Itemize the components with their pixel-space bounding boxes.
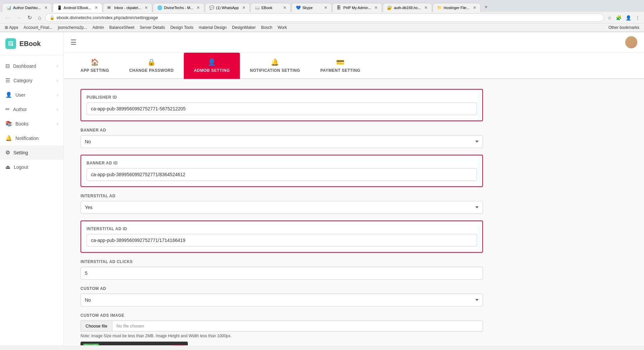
tab-title-5: (1) WhatsApp [216,6,238,10]
browser-tab-4[interactable]: 🌐 DivineTechs - M... ✕ [153,3,204,12]
custom-ads-image-section: CUSTOM ADS IMAGE Choose file No file cho… [80,313,483,345]
browser-tab-6[interactable]: 📖 EBook ✕ [251,3,291,12]
sidebar-item-books[interactable]: 📚 Books › [0,116,63,131]
browser-tab-1[interactable]: 📊 Author Dashbo... ✕ [2,3,52,12]
notification-icon: 🔔 [5,135,12,141]
sidebar-item-user[interactable]: 👤 User › [0,88,63,102]
address-bar: 🔓 ebook.divinetechs.com/index.php/admin/… [45,13,604,22]
apps-icon: ⊞ [5,25,8,30]
tab-title-1: Author Dashbo... [13,6,41,10]
sidebar: EBook ⊟ Dashboard › ☰ Category › 👤 [0,32,64,345]
tab-favicon-6: 📖 [255,5,260,10]
tab-close-10[interactable]: ✕ [473,5,476,10]
back-button[interactable]: ← [3,14,12,21]
bookmark-server[interactable]: Server Details [138,24,167,31]
sidebar-item-category[interactable]: ☰ Category › [0,73,63,88]
interstital-ad-clicks-input[interactable] [80,267,483,280]
tab-change-password[interactable]: 🔒 CHANGE PASSWORD [119,53,184,78]
bookmark-apps[interactable]: ⊞ Apps [3,24,20,31]
admob-setting-icon: 👤 [208,58,216,66]
tab-close-3[interactable]: ✕ [145,5,148,10]
bookmark-admin[interactable]: Admin [91,24,106,31]
interstital-ad-id-label: INTERSTITAL AD ID [87,227,477,231]
forward-button[interactable]: → [14,14,23,21]
browser-tab-10[interactable]: 📁 Hostinger File... ✕ [433,3,481,12]
bookmark-label-work: Work [278,25,287,30]
tab-close-5[interactable]: ✕ [242,5,246,10]
tab-close-2[interactable]: ✕ [95,5,98,10]
browser-tab-2[interactable]: 📱 Android EBook... ✕ [53,3,103,12]
tab-payment-setting-label: PAYMENT SETTING [320,68,361,73]
category-icon: ☰ [5,77,10,84]
tab-admob-setting[interactable]: 👤 ADMOB SETTING [184,53,240,79]
svg-rect-1 [9,42,12,43]
user-avatar[interactable] [625,36,637,48]
extensions-icon[interactable]: 🧩 [614,14,623,21]
sidebar-item-setting[interactable]: ⚙ Setting [0,145,63,160]
interstital-ad-id-input[interactable] [87,234,477,247]
bookmark-work[interactable]: Work [276,24,289,31]
tab-favicon-4: 🌐 [157,5,162,10]
tab-close-6[interactable]: ✕ [283,5,286,10]
tab-favicon-7: 💙 [296,5,301,10]
banner-ad-select[interactable]: No Yes [80,135,483,148]
browser-tab-8[interactable]: 🗄 PHP My Admin... ✕ [332,3,382,12]
tab-title-7: Skype [303,6,321,10]
bookmark-designmaker[interactable]: DesignMaker [230,24,258,31]
nav-bar: ← → ↻ ⌂ 🔓 ebook.divinetechs.com/index.ph… [0,12,644,23]
interstital-ad-select[interactable]: No Yes [80,201,483,214]
bookmark-jsonschema[interactable]: jsonschema2p... [56,24,89,31]
sidebar-label-author: Author [13,107,27,112]
browser-tab-5[interactable]: 💬 (1) WhatsApp ✕ [205,3,250,12]
menu-icon[interactable]: ⋮ [634,14,641,21]
tab-title-2: Android EBook... [64,6,92,10]
tab-favicon-10: 📁 [437,5,442,10]
bookmark-material[interactable]: material Design [197,24,228,31]
sidebar-item-dashboard[interactable]: ⊟ Dashboard › [0,59,63,73]
sidebar-item-notification[interactable]: 🔔 Notification [0,131,63,145]
bookmark-bosch[interactable]: Bosch [259,24,274,31]
bookmark-account[interactable]: Account_Final... [21,24,54,31]
logo-icon [5,38,16,49]
tab-close-7[interactable]: ✕ [324,5,327,10]
sidebar-label-dashboard: Dashboard [13,63,36,69]
profile-icon[interactable]: 👤 [624,14,633,21]
tab-close-1[interactable]: ✕ [44,5,48,10]
reload-button[interactable]: ↻ [25,14,34,21]
tab-title-8: PHP My Admin... [343,6,371,10]
bookmark-balance[interactable]: BalanceSheet [107,24,137,31]
interstital-ad-clicks-label: INTERSTITAL AD CLICKS [80,259,483,264]
tab-close-4[interactable]: ✕ [197,5,200,10]
main-content: ☰ 🏠 APP SETTING 🔒 CHANGE PASSWORD 👤 ADMO… [64,32,644,345]
avatar-image [625,36,637,48]
browser-tab-3[interactable]: ✉ Inbox - ckpatel... ✕ [103,3,152,12]
bookmark-design-tools[interactable]: Design Tools [168,24,195,31]
tab-close-9[interactable]: ✕ [424,5,428,10]
browser-tab-7[interactable]: 💙 Skype ✕ [291,3,332,12]
home-button[interactable]: ⌂ [36,14,43,21]
browser-tab-9[interactable]: 🔐 auth-db169.ho... ✕ [383,3,432,12]
sidebar-item-author[interactable]: ✏ Author › [0,102,63,116]
tab-favicon-5: 💬 [209,5,214,10]
new-tab-button[interactable]: + [481,2,491,12]
hamburger-button[interactable]: ☰ [70,38,76,46]
sidebar-label-logout: Logout [14,164,28,170]
tab-close-8[interactable]: ✕ [374,5,378,10]
tab-app-setting[interactable]: 🏠 APP SETTING [70,53,119,78]
publisher-id-input[interactable] [87,102,477,115]
books-icon: 📚 [5,120,12,127]
tab-notification-setting-label: NOTIFICATION SETTING [250,68,300,73]
custom-ad-select[interactable]: No Yes [80,294,483,306]
tab-payment-setting[interactable]: 💳 PAYMENT SETTING [310,53,371,78]
sidebar-item-logout[interactable]: ⏏ Logout [0,160,63,174]
ad-preview-nicejob: Nice job! [83,343,125,345]
bookmarks-icon[interactable]: ☆ [606,14,613,21]
banner-ad-id-input[interactable] [87,168,477,181]
other-bookmarks[interactable]: Other bookmarks [606,24,641,31]
choose-file-button[interactable]: Choose file [80,320,112,332]
chevron-right-icon-4: › [57,107,58,112]
form-area: PUBLISHER ID BANNER AD No Yes BANNER AD … [64,79,500,345]
chevron-right-icon-3: › [57,93,58,97]
tab-notification-setting[interactable]: 🔔 NOTIFICATION SETTING [240,53,310,78]
nice-job-badge: Nice job! [83,344,99,345]
